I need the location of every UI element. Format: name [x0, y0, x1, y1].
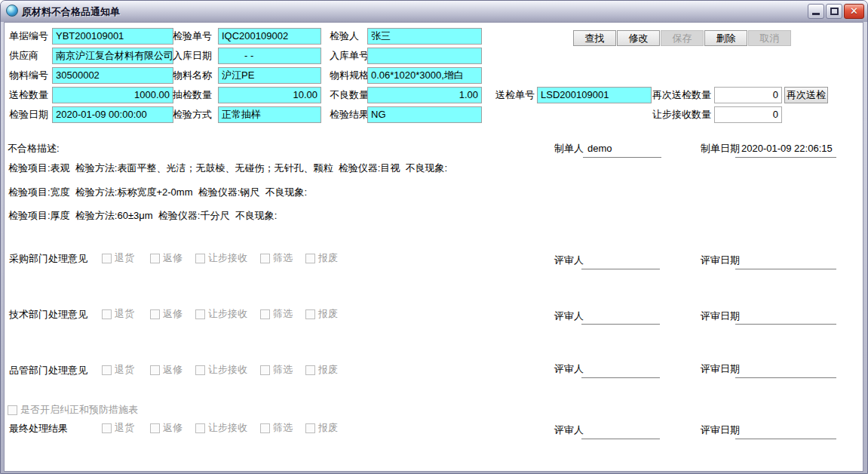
- sample-qty-label: 抽检数量: [173, 87, 212, 103]
- technical-return-checkbox[interactable]: 退货: [102, 306, 134, 322]
- checkbox-icon: [195, 365, 205, 375]
- quality-return-checkbox[interactable]: 退货: [102, 362, 134, 377]
- checkbox-icon: [195, 423, 205, 433]
- maker-value: demo: [587, 141, 612, 156]
- delete-button[interactable]: 删除: [704, 30, 747, 46]
- maximize-button[interactable]: [826, 4, 842, 19]
- form-client-area: 查找 修改 保存 删除 取消 单据编号 YBT200109001 检验单号 IQ…: [4, 22, 863, 472]
- inspect-item-line: 检验项目:宽度 检验方法:标称宽度+2-0mm 检验仪器:钢尺 不良现象:: [8, 186, 307, 199]
- resend-qty-label: 再次送检数量: [652, 87, 711, 103]
- final-screen-checkbox[interactable]: 筛选: [260, 420, 293, 436]
- send-no-field[interactable]: LSD200109001: [537, 87, 652, 103]
- purchasing-scrap-checkbox[interactable]: 报废: [305, 251, 338, 266]
- check-way-field[interactable]: 正常抽样: [218, 106, 321, 123]
- material-name-label: 物料名称: [173, 67, 212, 84]
- quality-review-date-label: 评审日期: [701, 361, 740, 377]
- material-spec-label: 物料规格: [330, 67, 369, 84]
- final-result-label: 最终处理结果: [9, 420, 68, 437]
- checkbox-icon: [150, 309, 160, 319]
- in-date-label: 入库日期: [173, 48, 212, 64]
- concession-qty-field[interactable]: 0: [714, 106, 782, 123]
- resend-button[interactable]: 再次送检: [784, 87, 828, 103]
- minimize-button[interactable]: [808, 4, 824, 19]
- bad-qty-label: 不良数量: [330, 87, 369, 103]
- quality-opinion-label: 品管部门处理意见: [9, 362, 87, 379]
- material-no-label: 物料编号: [9, 67, 48, 84]
- check-result-field[interactable]: NG: [367, 106, 482, 123]
- maximize-icon: [830, 8, 839, 15]
- purchasing-return-checkbox[interactable]: 退货: [102, 251, 134, 266]
- purchasing-opinion-label: 采购部门处理意见: [9, 251, 87, 267]
- checkbox-icon: [260, 365, 270, 375]
- final-return-checkbox[interactable]: 退货: [102, 420, 134, 436]
- final-scrap-checkbox[interactable]: 报废: [305, 420, 338, 436]
- checkbox-icon: [102, 423, 112, 433]
- close-button[interactable]: ✕: [844, 4, 864, 19]
- supplier-field[interactable]: 南京沪江复合材料有限公司: [52, 48, 173, 64]
- final-concession-checkbox[interactable]: 让步接收: [195, 420, 247, 436]
- purchasing-reviewer-label: 评审人: [554, 252, 584, 269]
- technical-concession-checkbox[interactable]: 让步接收: [195, 306, 247, 322]
- technical-scrap-checkbox[interactable]: 报废: [305, 306, 338, 322]
- corrective-action-checkbox[interactable]: 是否开启纠正和预防措施表: [8, 402, 138, 417]
- material-name-field[interactable]: 沪江PE: [218, 67, 321, 84]
- cancel-button: 取消: [748, 30, 791, 46]
- title-bar: 原材料不合格品通知单 ✕: [1, 1, 867, 22]
- technical-review-date-label: 评审日期: [701, 308, 740, 325]
- quality-review-date-underline: [735, 377, 836, 378]
- quality-reviewer-underline: [581, 377, 660, 378]
- maker-underline: [583, 157, 661, 158]
- material-no-field[interactable]: 30500002: [52, 67, 173, 84]
- checkbox-icon: [150, 254, 160, 263]
- send-qty-field[interactable]: 1000.00: [52, 87, 173, 103]
- send-no-label: 送检单号: [495, 87, 535, 103]
- bill-no-label: 单据编号: [9, 28, 48, 45]
- purchasing-reviewer-underline: [581, 269, 660, 269]
- modify-button[interactable]: 修改: [617, 30, 660, 46]
- search-button[interactable]: 查找: [573, 30, 616, 46]
- final-reviewer-label: 评审人: [554, 422, 584, 439]
- sample-qty-field[interactable]: 10.00: [218, 87, 321, 103]
- technical-rework-checkbox[interactable]: 返修: [150, 306, 182, 322]
- supplier-label: 供应商: [9, 48, 38, 64]
- checkbox-icon: [102, 309, 112, 319]
- check-date-field[interactable]: 2020-01-09 00:00:00: [52, 106, 173, 123]
- inspector-field[interactable]: 张三: [367, 28, 482, 45]
- inspect-no-field[interactable]: IQC200109002: [218, 28, 321, 45]
- in-no-label: 入库单号: [330, 48, 369, 64]
- material-spec-field[interactable]: 0.06*1020*3000,增白: [367, 67, 482, 84]
- checkbox-icon: [305, 309, 315, 319]
- concession-qty-label: 让步接收数量: [652, 106, 711, 123]
- technical-reviewer-label: 评审人: [554, 308, 584, 325]
- app-window: 原材料不合格品通知单 ✕ 查找 修改 保存 删除 取消 单据编号 YBT2001…: [0, 0, 868, 474]
- in-date-field[interactable]: - -: [218, 48, 321, 64]
- final-rework-checkbox[interactable]: 返修: [150, 420, 182, 436]
- purchasing-rework-checkbox[interactable]: 返修: [150, 251, 182, 266]
- inspect-no-label: 检验单号: [173, 28, 212, 45]
- checkbox-icon: [102, 365, 112, 375]
- close-icon: ✕: [845, 5, 863, 17]
- quality-screen-checkbox[interactable]: 筛选: [260, 362, 293, 377]
- checkbox-icon: [305, 254, 315, 263]
- checkbox-icon: [195, 254, 205, 263]
- quality-concession-checkbox[interactable]: 让步接收: [195, 362, 247, 377]
- purchasing-screen-checkbox[interactable]: 筛选: [260, 251, 293, 266]
- in-no-field[interactable]: [367, 48, 482, 64]
- purchasing-concession-checkbox[interactable]: 让步接收: [195, 251, 247, 266]
- resend-qty-field[interactable]: 0: [714, 87, 782, 103]
- bad-qty-field[interactable]: 1.00: [367, 87, 482, 103]
- inspect-item-line: 检验项目:厚度 检验方法:60±3μm 检验仪器:千分尺 不良现象:: [8, 209, 277, 223]
- technical-screen-checkbox[interactable]: 筛选: [260, 306, 293, 322]
- purchasing-review-date-underline: [735, 269, 836, 269]
- checkbox-icon: [305, 365, 315, 375]
- checkbox-icon: [260, 423, 270, 433]
- quality-scrap-checkbox[interactable]: 报废: [305, 362, 338, 377]
- checkbox-icon: [8, 405, 17, 415]
- app-icon: [6, 5, 18, 17]
- defect-desc-title: 不合格描述:: [8, 140, 60, 157]
- check-date-label: 检验日期: [9, 106, 48, 123]
- quality-rework-checkbox[interactable]: 返修: [150, 362, 182, 377]
- checkbox-icon: [260, 254, 270, 263]
- make-date-label: 制单日期: [701, 140, 740, 157]
- bill-no-field[interactable]: YBT200109001: [52, 28, 173, 45]
